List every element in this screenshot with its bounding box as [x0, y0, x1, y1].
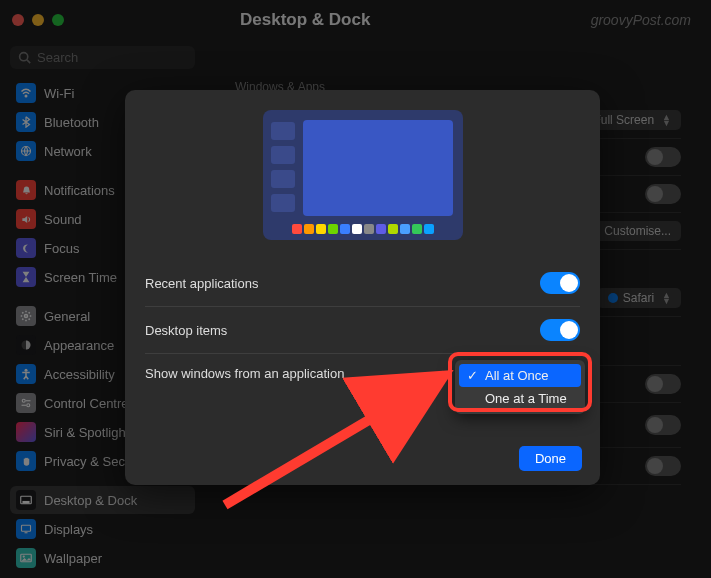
setting-label: Recent applications [145, 276, 258, 291]
desktop-items-toggle[interactable] [540, 319, 580, 341]
option-label: One at a Time [485, 391, 567, 406]
done-button[interactable]: Done [519, 446, 582, 471]
dropdown-option-all-at-once[interactable]: ✓All at Once [459, 364, 581, 387]
setting-label: Show windows from an application [145, 366, 344, 381]
checkmark-icon: ✓ [467, 368, 479, 383]
show-windows-dropdown[interactable]: ✓All at Once One at a Time [455, 360, 585, 414]
mission-control-modal: Recent applications Desktop items Show w… [125, 90, 600, 485]
setting-label: Desktop items [145, 323, 227, 338]
recent-apps-toggle[interactable] [540, 272, 580, 294]
recent-apps-row: Recent applications [145, 260, 580, 307]
dropdown-option-one-at-a-time[interactable]: One at a Time [459, 387, 581, 410]
option-label: All at Once [485, 368, 549, 383]
mission-control-preview [263, 110, 463, 240]
desktop-items-row: Desktop items [145, 307, 580, 354]
